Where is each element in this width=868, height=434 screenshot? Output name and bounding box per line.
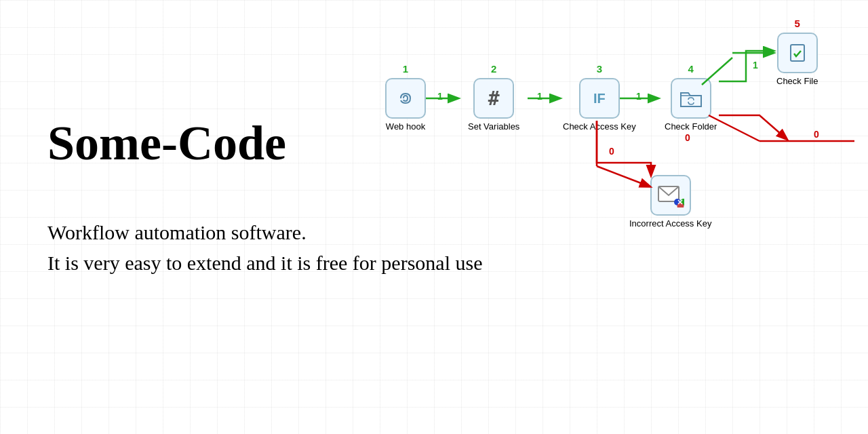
folder-icon — [679, 89, 703, 108]
app-title: Some-Code — [47, 115, 286, 172]
edge-label-1d: 1 — [753, 60, 758, 71]
node-webhook[interactable]: 1 Web hook — [385, 78, 426, 132]
node-checkfile-label: Check File — [776, 76, 818, 86]
node-checkfile-number: 5 — [795, 18, 800, 29]
node-webhook-label: Web hook — [386, 121, 425, 132]
node-checkkey[interactable]: 3 IF Check Access Key — [563, 78, 636, 132]
node-incorrectkey-label: Incorrect Access Key — [629, 218, 711, 229]
node-incorrectkey-box — [650, 175, 691, 216]
node-setvars-number: 2 — [491, 63, 496, 75]
node-checkkey-box: IF — [579, 78, 620, 119]
node-checkfolder[interactable]: 4 Check Folder — [665, 78, 717, 132]
node-setvars-box: # — [473, 78, 514, 119]
node-checkfolder-label: Check Folder — [665, 121, 717, 132]
node-checkfile-box — [777, 33, 818, 73]
svg-rect-3 — [791, 45, 804, 61]
edge-label-0b: 0 — [609, 146, 614, 157]
node-webhook-box — [385, 78, 426, 119]
edge-label-1c: 1 — [636, 91, 642, 102]
node-checkfile[interactable]: 5 Check File — [776, 33, 818, 86]
node-checkkey-label: Check Access Key — [563, 121, 636, 132]
node-checkkey-number: 3 — [597, 63, 602, 75]
smtp-icon — [657, 183, 684, 208]
edge-label-1a: 1 — [437, 91, 443, 102]
workflow-diagram: 1 Web hook 1 2 # Set Variables 1 3 IF Ch… — [326, 20, 868, 237]
edge-label-0a: 0 — [685, 132, 690, 143]
webhook-icon — [395, 88, 416, 108]
node-incorrectkey[interactable]: Incorrect Access Key — [629, 175, 711, 229]
node-checkfolder-number: 4 — [688, 63, 693, 75]
node-setvars-label: Set Variables — [468, 121, 519, 132]
checkfile-icon — [787, 43, 808, 63]
tagline-line2: It is very easy to extend and it is free… — [47, 248, 482, 278]
node-checkfolder-box — [671, 78, 711, 119]
edge-label-1b: 1 — [537, 91, 542, 102]
node-webhook-number: 1 — [403, 63, 408, 75]
svg-text:0: 0 — [814, 129, 819, 140]
node-setvars[interactable]: 2 # Set Variables — [468, 78, 519, 132]
